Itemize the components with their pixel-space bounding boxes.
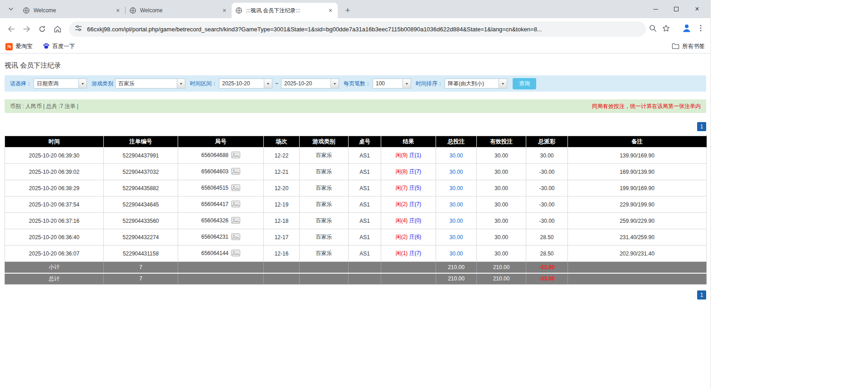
cell-result: 闲(2) 庄(6)	[381, 229, 436, 246]
site-settings-icon[interactable]	[74, 24, 82, 34]
cell-bet-id: 522904434645	[104, 196, 178, 213]
page-title: 视讯 会员下注纪录	[5, 61, 706, 70]
summary-empty-cell	[264, 273, 300, 285]
game-type-combo[interactable]: 百家乐 ▼	[115, 79, 185, 88]
dropdown-arrow-icon[interactable]: ▼	[177, 79, 185, 88]
table-row: 2025-10-20 06:39:02522904437032656064603…	[5, 164, 707, 180]
cell-bet-id: 522904432274	[104, 229, 178, 246]
tab-close-icon[interactable]: ×	[114, 7, 121, 14]
result-player: 闲(8)	[396, 168, 408, 175]
dropdown-arrow-icon[interactable]: ▼	[330, 79, 339, 88]
card-image-icon[interactable]	[231, 217, 240, 225]
page-1-button[interactable]: 1	[697, 122, 706, 131]
cell-round-id: 656064417	[178, 196, 264, 213]
window-controls: ×	[645, 0, 708, 18]
menu-kebab-icon[interactable]	[697, 24, 705, 34]
date-to-combo[interactable]: 2025-10-20 ▼	[281, 79, 339, 88]
url-text[interactable]: 66cxkj98.com/ipl/portal.php/game/betreco…	[87, 26, 640, 33]
cell-bet-id: 522904435882	[104, 180, 178, 196]
globe-favicon-icon	[23, 7, 30, 14]
all-bookmarks[interactable]: 所有书签	[672, 43, 705, 51]
round-id: 656064688	[201, 152, 228, 158]
column-header: 局号	[178, 136, 264, 147]
total-bet-link[interactable]: 30.00	[449, 218, 463, 224]
page-size-combo[interactable]: 100 ▼	[373, 79, 411, 88]
column-header: 总投注	[436, 136, 477, 147]
dropdown-arrow-icon[interactable]: ▼	[499, 79, 507, 88]
bookmark-star-icon[interactable]	[662, 24, 670, 34]
profile-avatar[interactable]	[681, 23, 692, 35]
date-from-combo[interactable]: 2025-10-20 ▼	[219, 79, 272, 88]
card-image-icon[interactable]	[231, 233, 240, 241]
summary-count: 7	[104, 273, 178, 285]
cell-bet-id: 522904433560	[104, 213, 178, 229]
cell-valid-bet: 30.00	[477, 147, 526, 164]
new-tab-button[interactable]: +	[341, 4, 354, 17]
subtotal-row: 小计7210.00210.00-33.00	[5, 262, 707, 273]
browser-tab[interactable]: Welcome ×	[19, 3, 125, 18]
back-icon[interactable]	[4, 21, 19, 37]
bookmark-item[interactable]: 百度一下	[43, 42, 75, 51]
cell-round-id: 656064688	[178, 147, 264, 164]
dropdown-arrow-icon[interactable]: ▼	[78, 79, 87, 88]
home-icon[interactable]	[50, 21, 65, 37]
cell-valid-bet: 30.00	[477, 229, 526, 246]
dropdown-arrow-icon[interactable]: ▼	[402, 79, 411, 88]
card-image-icon[interactable]	[231, 168, 240, 176]
tab-close-icon[interactable]: ×	[327, 7, 334, 14]
column-header: 有效投注	[477, 136, 526, 147]
total-bet-link[interactable]: 30.00	[449, 250, 463, 257]
bookmark-item[interactable]: 淘 爱淘宝	[5, 43, 33, 50]
zoom-icon[interactable]	[649, 24, 657, 34]
total-bet-link[interactable]: 30.00	[449, 234, 463, 241]
forward-icon[interactable]	[19, 21, 34, 37]
cell-round-id: 656064144	[178, 246, 264, 262]
summary-label: 小计	[5, 262, 104, 273]
cell-total-bet: 30.00	[436, 164, 477, 180]
tab-strip: Welcome × Welcome × :::视讯 会员下注纪录::: × + …	[0, 0, 710, 18]
card-image-icon[interactable]	[231, 201, 240, 209]
total-bet-link[interactable]: 30.00	[449, 152, 463, 159]
cell-round-id: 656064515	[178, 180, 264, 196]
dropdown-arrow-icon[interactable]: ▼	[264, 79, 272, 88]
cell-result: 闲(9) 庄(1)	[381, 147, 436, 164]
card-image-icon[interactable]	[231, 250, 240, 258]
summary-valid-bet: 210.00	[477, 262, 526, 273]
minimize-button[interactable]	[645, 0, 666, 18]
result-banker: 庄(1)	[409, 152, 422, 158]
tab-close-icon[interactable]: ×	[221, 7, 228, 14]
cell-table-no: AS1	[349, 180, 381, 196]
cell-payout: -30.00	[526, 196, 568, 213]
browser-tab-active[interactable]: :::视讯 会员下注纪录::: ×	[232, 3, 338, 18]
reload-icon[interactable]	[34, 21, 50, 37]
cell-remark: 231.40/259.90	[568, 229, 707, 246]
cell-table-no: AS1	[349, 164, 381, 180]
cell-game-type: 百家乐	[300, 147, 349, 164]
close-button[interactable]: ×	[687, 0, 708, 18]
cell-session: 12-22	[264, 147, 300, 164]
cell-table-no: AS1	[349, 229, 381, 246]
card-image-icon[interactable]	[231, 184, 240, 192]
table-row: 2025-10-20 06:36:40522904432274656064231…	[5, 229, 707, 246]
cell-game-type: 百家乐	[300, 196, 349, 213]
card-image-icon[interactable]	[231, 152, 240, 160]
address-bar[interactable]: 66cxkj98.com/ipl/portal.php/game/betreco…	[69, 21, 646, 37]
pagination-bottom: 1	[5, 290, 706, 300]
maximize-button[interactable]	[666, 0, 687, 18]
sort-order-combo[interactable]: 降幂(由大到小) ▼	[445, 79, 507, 88]
cell-session: 12-18	[264, 213, 300, 229]
page-1-button[interactable]: 1	[697, 290, 706, 300]
cell-payout: -30.00	[526, 180, 568, 196]
total-bet-link[interactable]: 30.00	[449, 201, 463, 208]
cell-result: 闲(2) 庄(7)	[381, 196, 436, 213]
total-bet-link[interactable]: 30.00	[449, 169, 463, 175]
tab-search-chevron-icon[interactable]	[5, 3, 17, 15]
round-id: 656064144	[201, 250, 228, 256]
cell-result: 闲(7) 庄(5)	[381, 180, 436, 196]
cell-valid-bet: 30.00	[477, 164, 526, 180]
total-bet-link[interactable]: 30.00	[449, 185, 463, 192]
select-type-combo[interactable]: 日期查询 ▼	[34, 79, 87, 88]
cell-total-bet: 30.00	[436, 180, 477, 196]
browser-tab[interactable]: Welcome ×	[126, 3, 232, 18]
search-button[interactable]: 查询	[513, 78, 536, 89]
